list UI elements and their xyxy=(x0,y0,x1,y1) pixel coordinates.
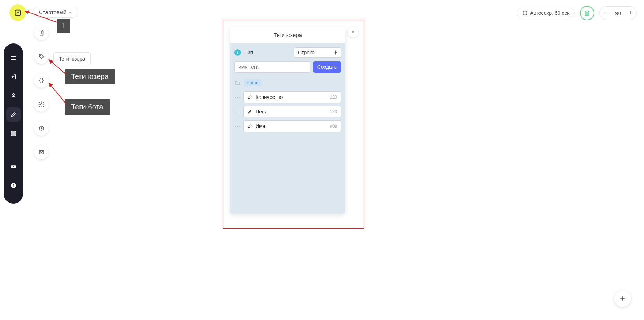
tag-chip[interactable]: Имя абв xyxy=(243,120,341,132)
panel-empty-area xyxy=(230,138,345,214)
annotation-arrow-1 xyxy=(22,8,62,26)
tag-name-label: Имя xyxy=(255,123,327,129)
autosave-label: Автосохр. 60 сек xyxy=(530,10,569,16)
tool-mail-button[interactable] xyxy=(34,145,49,159)
svg-rect-13 xyxy=(523,11,527,15)
tag-row: ⋯ Цена 123 xyxy=(234,104,341,119)
svg-rect-15 xyxy=(586,13,588,15)
svg-point-1 xyxy=(13,94,15,96)
tag-icon xyxy=(38,53,45,60)
autosave-toggle[interactable]: Автосохр. 60 сек xyxy=(517,8,575,18)
pencil-square-icon xyxy=(14,9,22,17)
tag-type-label: абв xyxy=(330,124,337,129)
tag-row: ⋯ Количество 123 xyxy=(234,90,341,104)
svg-line-12 xyxy=(49,83,66,104)
pencil-icon xyxy=(10,111,17,118)
zoom-control: − 90 + xyxy=(599,6,637,20)
edit-icon xyxy=(247,109,253,114)
zoom-in-button[interactable]: + xyxy=(624,6,636,20)
tag-type-select[interactable]: Строка ▲▼ xyxy=(294,47,341,58)
tag-drag-handle[interactable]: ⋯ xyxy=(234,94,241,101)
tag-chip[interactable]: Цена 123 xyxy=(243,106,341,117)
gear-icon xyxy=(38,101,45,108)
close-icon xyxy=(351,30,355,34)
braces-icon xyxy=(38,77,45,84)
checkbox-icon xyxy=(522,10,528,16)
user-tags-panel: Теги юзера i Тип Строка ▲▼ Создать home … xyxy=(230,27,345,214)
chevron-down-icon xyxy=(68,10,72,14)
tag-chip[interactable]: Количество 123 xyxy=(243,91,341,103)
plus-icon xyxy=(619,295,626,302)
tag-drag-handle[interactable]: ⋯ xyxy=(234,108,241,115)
svg-point-7 xyxy=(41,104,42,105)
help-icon: ? xyxy=(10,182,17,189)
tag-type-label: 123 xyxy=(330,95,337,100)
sidebar-edit-button[interactable] xyxy=(6,107,21,122)
svg-line-10 xyxy=(25,11,57,22)
tool-chart-button[interactable] xyxy=(34,121,49,136)
svg-line-11 xyxy=(49,59,66,75)
info-icon[interactable]: i xyxy=(234,49,241,56)
sidebar-help-button[interactable]: ? xyxy=(6,178,21,193)
youtube-icon xyxy=(10,163,17,170)
tag-row: ⋯ Имя абв xyxy=(234,119,341,133)
type-field-label: Тип xyxy=(245,50,253,55)
annotation-user-tags: Теги юзера xyxy=(65,69,115,84)
main-sidebar: ? xyxy=(4,43,23,204)
folder-icon xyxy=(234,80,241,86)
folder-name-label: home xyxy=(244,79,262,86)
save-button[interactable] xyxy=(580,6,594,20)
svg-rect-14 xyxy=(586,11,588,12)
sidebar-user-button[interactable] xyxy=(6,88,21,103)
sidebar-exit-button[interactable] xyxy=(6,70,21,84)
hamburger-icon xyxy=(10,55,17,61)
svg-point-6 xyxy=(40,55,41,56)
add-node-button[interactable] xyxy=(614,290,631,307)
tag-drag-handle[interactable]: ⋯ xyxy=(234,123,241,130)
annotation-arrow-user-tags xyxy=(46,57,72,78)
sidebar-menu-button[interactable] xyxy=(6,51,21,65)
tag-type-value: Строка xyxy=(298,50,315,55)
save-icon xyxy=(584,10,590,16)
select-arrows-icon: ▲▼ xyxy=(333,51,337,54)
exit-icon xyxy=(10,74,17,80)
folder-home[interactable]: home xyxy=(234,77,341,90)
annotation-arrow-bot-tags xyxy=(46,80,72,107)
list-icon xyxy=(10,130,17,137)
person-icon xyxy=(10,92,17,99)
zoom-value: 90 xyxy=(612,10,624,16)
tag-name-label: Цена xyxy=(255,109,327,115)
edit-icon xyxy=(247,124,253,129)
tag-name-label: Количество xyxy=(255,94,327,100)
tag-name-input[interactable] xyxy=(234,61,310,73)
top-right-controls: Автосохр. 60 сек − 90 + xyxy=(517,6,637,20)
svg-text:?: ? xyxy=(12,184,15,187)
tool-document-button[interactable] xyxy=(34,25,49,40)
panel-title: Теги юзера xyxy=(230,27,345,43)
zoom-out-button[interactable]: − xyxy=(600,6,612,20)
chart-icon xyxy=(38,125,45,132)
document-icon xyxy=(38,29,45,36)
mail-icon xyxy=(38,149,45,155)
tag-type-label: 123 xyxy=(330,109,337,114)
create-tag-button[interactable]: Создать xyxy=(313,61,341,73)
sidebar-list-button[interactable] xyxy=(6,126,21,141)
edit-icon xyxy=(247,95,253,100)
sidebar-video-button[interactable] xyxy=(6,159,21,174)
panel-close-button[interactable] xyxy=(348,27,358,38)
